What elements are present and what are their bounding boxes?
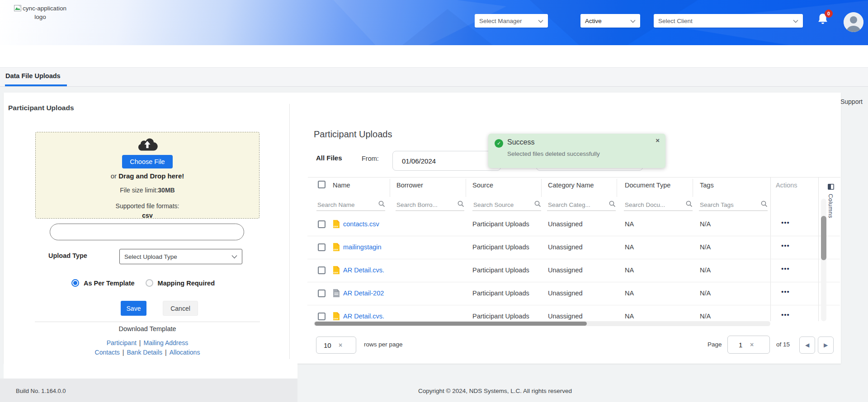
clear-icon[interactable]: × [339,341,342,349]
right-panel-title: Participant Uploads [314,129,392,140]
page: cync-application logo Select Manager Act… [0,0,868,402]
file-dropzone[interactable]: Choose File or Drag and Drop here! File … [35,132,259,219]
search-icon[interactable] [458,201,464,209]
tags-cell: N/A [700,266,711,274]
table-row: csv contacts.csv Participant Uploads Una… [307,213,840,236]
file-name-link[interactable]: AR Detail-202 [343,290,384,297]
source-cell: Participant Uploads [472,313,529,320]
client-select[interactable]: Select Client [654,14,803,28]
success-toast: ✓ Success Selected files deleted success… [488,134,665,168]
row-actions-icon[interactable]: ••• [781,242,790,249]
from-label: From: [362,155,379,162]
allocations-template-link[interactable]: Allocations [170,349,200,356]
cancel-button[interactable]: Cancel [163,301,198,316]
client-select-value: Select Client [658,18,693,24]
search-borrower-input[interactable] [396,201,449,209]
search-category-input[interactable] [547,201,600,209]
previous-page-button[interactable]: ◀ [799,337,815,354]
search-source-input[interactable] [472,201,526,209]
upload-type-select[interactable]: Select Upload Type [119,249,242,264]
file-name-link[interactable]: mailingstagin [343,243,382,251]
search-icon[interactable] [609,201,616,209]
template-links-row2: Contacts|Bank Details|Allocations [35,349,259,356]
check-circle-icon: ✓ [495,139,503,148]
user-avatar[interactable] [844,12,863,32]
select-all-checkbox[interactable] [318,181,326,188]
horizontal-scrollbar-thumb[interactable] [315,322,587,326]
row-actions-icon[interactable]: ••• [781,265,790,272]
search-icon[interactable] [378,201,385,209]
page-label: Page [708,341,722,348]
category-cell: Unassigned [548,243,583,251]
as-per-template-radio[interactable] [71,279,79,287]
contacts-template-link[interactable]: Contacts [95,349,120,356]
participant-template-link[interactable]: Participant [107,339,137,346]
column-header-category-name[interactable]: Category Name [548,182,594,189]
search-tags-input[interactable] [699,201,752,209]
column-header-document-type[interactable]: Document Type [625,182,670,189]
file-size-label: File size limit: [120,187,158,194]
document-type-cell: NA [625,313,634,320]
file-name-link[interactable]: AR Detail.cvs. [343,266,384,274]
source-cell: Participant Uploads [472,290,529,297]
toast-close-icon[interactable]: × [656,136,660,144]
file-name-field[interactable] [50,224,244,240]
search-icon[interactable] [686,201,693,209]
template-links-row1: Participant|Mailing Address [35,339,259,346]
row-actions-icon[interactable]: ••• [781,219,790,226]
row-actions-icon[interactable]: ••• [781,311,790,318]
left-panel-title: Participant Uploads [8,104,74,112]
row-checkbox[interactable] [318,220,326,228]
tab-data-file-uploads[interactable]: Data File Uploads [5,72,61,79]
document-type-cell: NA [625,243,634,251]
next-page-button[interactable]: ▶ [818,337,834,354]
status-select[interactable]: Active [580,14,640,28]
from-date-value: 01/06/2024 [402,157,436,165]
row-checkbox[interactable] [318,243,326,251]
search-borrower-cell [396,199,464,211]
category-cell: Unassigned [548,220,583,228]
column-header-tags[interactable]: Tags [700,182,714,189]
search-source-cell [472,199,541,211]
page-number-input[interactable] [728,341,748,349]
logo-text: cync-application [23,5,66,12]
logo-text-2: logo [14,13,67,21]
save-button[interactable]: Save [121,301,146,316]
manager-select[interactable]: Select Manager [475,14,548,28]
search-name-input[interactable] [316,201,370,209]
page-count-label: of 15 [776,341,790,348]
bank-details-template-link[interactable]: Bank Details [127,349,162,356]
column-header-name[interactable]: Name [333,182,350,189]
pipe-separator: | [139,339,141,346]
clear-icon[interactable]: × [750,341,754,348]
mapping-required-radio[interactable] [146,279,153,287]
prev-page-icon: ◀ [805,342,809,348]
vertical-scrollbar-thumb[interactable] [821,216,826,260]
column-header-actions: Actions [776,182,797,189]
row-checkbox[interactable] [318,290,326,297]
row-actions-icon[interactable]: ••• [781,288,790,295]
mailing-address-template-link[interactable]: Mailing Address [143,339,188,346]
content-card-left-extension [4,364,297,379]
column-header-source[interactable]: Source [472,182,493,189]
row-checkbox[interactable] [318,266,326,274]
choose-file-button[interactable]: Choose File [122,155,172,168]
file-name-link[interactable]: contacts.csv [343,220,379,228]
search-icon[interactable] [761,201,768,209]
breadcrumb-bar: Menu Loan Maintenance / Participation / … [0,45,868,68]
build-number: Build No. 1.164.0.0 [16,388,66,394]
from-date-input[interactable]: 01/06/2024 [392,151,501,171]
columns-button[interactable]: Columns [827,183,834,218]
columns-label: Columns [827,194,834,218]
rows-per-page-input[interactable] [316,341,337,350]
search-document-type-input[interactable] [624,201,677,209]
search-icon[interactable] [534,201,541,209]
document-type-cell: NA [625,290,634,297]
app-header: cync-application logo Select Manager Act… [0,0,868,45]
row-checkbox[interactable] [318,313,326,320]
drag-drop-text: Drag and Drop here! [118,172,184,180]
column-header-borrower[interactable]: Borrower [396,182,423,189]
manager-select-value: Select Manager [479,18,522,24]
csv-file-icon: csv [333,243,340,253]
file-name-link[interactable]: AR Detail.cvs. [343,313,384,320]
